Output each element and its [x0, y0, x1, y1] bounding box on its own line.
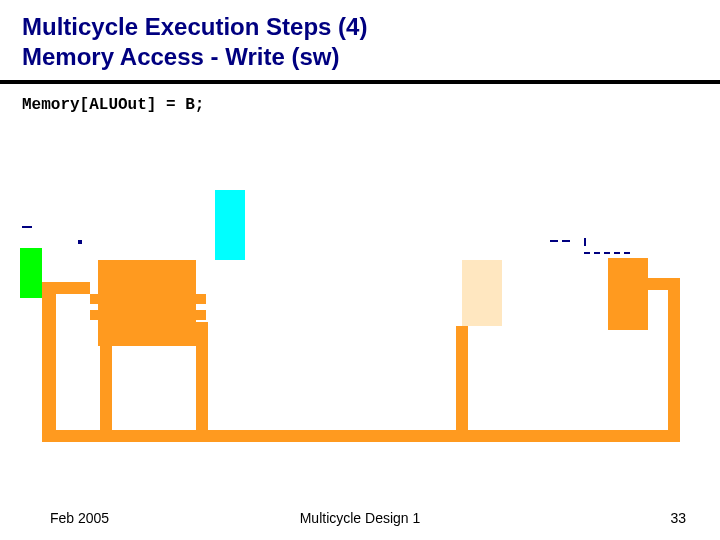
svg-rect-24: [196, 322, 208, 442]
title-line-1: Multicycle Execution Steps (4): [22, 12, 720, 42]
svg-rect-10: [42, 430, 680, 442]
code-expression: Memory[ALUOut] = B;: [0, 84, 720, 114]
svg-rect-19: [594, 252, 600, 254]
svg-rect-9: [42, 282, 56, 442]
svg-rect-22: [624, 252, 630, 254]
datapath-diagram: [0, 190, 720, 470]
svg-rect-0: [22, 226, 32, 228]
footer-title: Multicycle Design 1: [0, 510, 720, 526]
footer-page-number: 33: [670, 510, 686, 526]
svg-rect-23: [100, 346, 112, 442]
svg-rect-18: [584, 252, 590, 254]
svg-rect-7: [90, 310, 206, 320]
svg-rect-14: [648, 278, 680, 290]
title-line-2: Memory Access - Write (sw): [22, 42, 720, 72]
svg-rect-3: [20, 248, 42, 298]
svg-rect-13: [608, 258, 648, 330]
svg-rect-12: [462, 260, 502, 326]
svg-rect-15: [550, 240, 558, 242]
svg-rect-1: [78, 240, 82, 244]
svg-rect-6: [90, 294, 206, 304]
svg-rect-11: [668, 278, 680, 442]
slide-title: Multicycle Execution Steps (4) Memory Ac…: [0, 0, 720, 72]
svg-rect-21: [614, 252, 620, 254]
svg-rect-16: [562, 240, 570, 242]
svg-rect-25: [456, 326, 468, 442]
svg-rect-20: [604, 252, 610, 254]
svg-rect-17: [584, 238, 586, 246]
svg-rect-4: [215, 190, 245, 260]
svg-rect-8: [54, 282, 90, 294]
